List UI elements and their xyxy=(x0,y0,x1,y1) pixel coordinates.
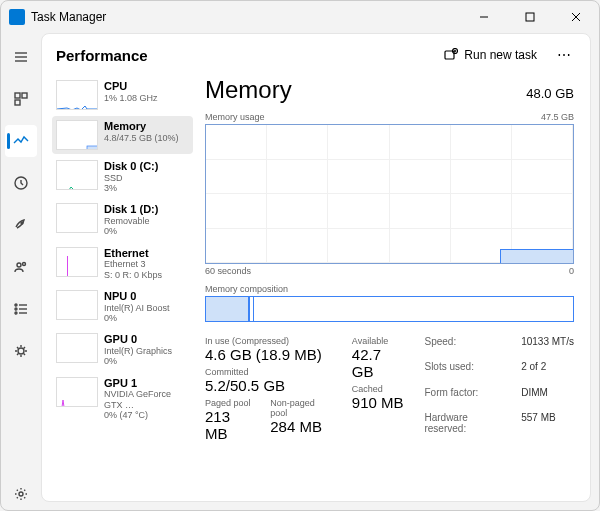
svg-rect-9 xyxy=(15,100,20,105)
usage-chart-ylim: 47.5 GB xyxy=(541,112,574,122)
svg-point-12 xyxy=(17,263,21,267)
sidebar-item-npu-0[interactable]: NPU 0Intel(R) AI Boost0% xyxy=(52,286,193,327)
page-header: Performance Run new task ⋯ xyxy=(42,34,590,70)
composition-sliver xyxy=(250,297,254,321)
sidebar-item-sub: Ethernet 3 xyxy=(104,259,162,269)
sidebar-item-sub: Intel(R) AI Boost xyxy=(104,303,170,313)
svg-rect-8 xyxy=(22,93,27,98)
sidebar-item-disk-1-d-[interactable]: Disk 1 (D:)Removable0% xyxy=(52,199,193,240)
performance-nav-icon[interactable] xyxy=(5,125,37,157)
paged-value: 213 MB xyxy=(205,408,256,442)
sidebar-item-sub: 4.8/47.5 GB (10%) xyxy=(104,133,179,143)
svg-point-13 xyxy=(23,263,26,266)
nonpaged-value: 284 MB xyxy=(270,418,334,435)
content-card: Performance Run new task ⋯ CPU1% 1.08 GH… xyxy=(41,33,591,502)
committed-value: 5.2/50.5 GB xyxy=(205,377,334,394)
sidebar-thumb xyxy=(56,203,98,233)
settings-nav-icon[interactable] xyxy=(5,478,37,510)
sidebar-item-title: CPU xyxy=(104,80,158,93)
x-right-label: 0 xyxy=(569,266,574,276)
sidebar-item-disk-0-c-[interactable]: Disk 0 (C:)SSD3% xyxy=(52,156,193,197)
sidebar-item-title: Disk 1 (D:) xyxy=(104,203,158,216)
sidebar-item-sub: SSD xyxy=(104,173,158,183)
sidebar-item-title: GPU 0 xyxy=(104,333,172,346)
svg-point-16 xyxy=(15,308,17,310)
startup-nav-icon[interactable] xyxy=(5,209,37,241)
nonpaged-label: Non-paged pool xyxy=(270,398,334,418)
more-button[interactable]: ⋯ xyxy=(553,47,576,63)
speed-k: Speed: xyxy=(424,336,511,359)
composition-used xyxy=(206,297,250,321)
svg-point-21 xyxy=(19,492,23,496)
hw-k: Hardware reserved: xyxy=(424,412,511,446)
sidebar-item-sub: 1% 1.08 GHz xyxy=(104,93,158,103)
inuse-label: In use (Compressed) xyxy=(205,336,334,346)
details-nav-icon[interactable] xyxy=(5,293,37,325)
committed-label: Committed xyxy=(205,367,334,377)
run-task-label: Run new task xyxy=(464,48,537,62)
sidebar-item-memory[interactable]: Memory4.8/47.5 GB (10%) xyxy=(52,116,193,154)
sidebar-item-sub: Removable xyxy=(104,216,158,226)
close-button[interactable] xyxy=(553,1,599,33)
sidebar-item-sub2: 0% xyxy=(104,313,170,323)
detail-pane: Memory 48.0 GB Memory usage 47.5 GB xyxy=(197,70,590,501)
processes-nav-icon[interactable] xyxy=(5,83,37,115)
users-nav-icon[interactable] xyxy=(5,251,37,283)
hardware-info: Speed:10133 MT/s Slots used:2 of 2 Form … xyxy=(424,336,574,446)
run-new-task-button[interactable]: Run new task xyxy=(436,44,545,66)
sidebar-item-sub2: 3% xyxy=(104,183,158,193)
slots-v: 2 of 2 xyxy=(521,361,574,384)
sidebar-item-cpu[interactable]: CPU1% 1.08 GHz xyxy=(52,76,193,114)
window-title: Task Manager xyxy=(31,10,106,24)
svg-point-18 xyxy=(15,312,17,314)
composition-bar xyxy=(205,296,574,322)
sidebar-item-sub: NVIDIA GeForce GTX … xyxy=(104,389,189,410)
sidebar-item-sub: Intel(R) Graphics xyxy=(104,346,172,356)
sidebar-item-sub2: 0% (47 °C) xyxy=(104,410,189,420)
usage-chart xyxy=(205,124,574,264)
minimize-button[interactable] xyxy=(461,1,507,33)
svg-rect-26 xyxy=(87,146,98,150)
sidebar-thumb xyxy=(56,247,98,277)
form-v: DIMM xyxy=(521,387,574,410)
composition-block: Memory composition xyxy=(205,284,574,322)
sidebar-thumb xyxy=(56,333,98,363)
slots-k: Slots used: xyxy=(424,361,511,384)
sidebar-item-title: Disk 0 (C:) xyxy=(104,160,158,173)
available-value: 42.7 GB xyxy=(352,346,407,380)
sidebar-item-gpu-1[interactable]: GPU 1NVIDIA GeForce GTX …0% (47 °C) xyxy=(52,373,193,425)
resource-list: CPU1% 1.08 GHzMemory4.8/47.5 GB (10%)Dis… xyxy=(42,70,197,501)
available-label: Available xyxy=(352,336,407,346)
sidebar-thumb xyxy=(56,160,98,190)
hw-v: 557 MB xyxy=(521,412,574,446)
usage-fill xyxy=(500,249,573,263)
sidebar-thumb xyxy=(56,120,98,150)
x-left-label: 60 seconds xyxy=(205,266,251,276)
sidebar-thumb xyxy=(56,290,98,320)
maximize-button[interactable] xyxy=(507,1,553,33)
sidebar-item-sub2: 0% xyxy=(104,356,172,366)
sidebar-item-title: GPU 1 xyxy=(104,377,189,390)
hamburger-icon[interactable] xyxy=(5,41,37,73)
titlebar: Task Manager xyxy=(1,1,599,33)
app-icon xyxy=(9,9,25,25)
usage-chart-label: Memory usage xyxy=(205,112,265,122)
nav-rail xyxy=(1,33,41,510)
sidebar-item-ethernet[interactable]: EthernetEthernet 3S: 0 R: 0 Kbps xyxy=(52,243,193,284)
sidebar-item-sub2: S: 0 R: 0 Kbps xyxy=(104,270,162,280)
sidebar-item-title: NPU 0 xyxy=(104,290,170,303)
sidebar-item-gpu-0[interactable]: GPU 0Intel(R) Graphics0% xyxy=(52,329,193,370)
history-nav-icon[interactable] xyxy=(5,167,37,199)
svg-point-14 xyxy=(15,304,17,306)
composition-label: Memory composition xyxy=(205,284,288,294)
window-controls xyxy=(461,1,599,33)
form-k: Form factor: xyxy=(424,387,511,410)
services-nav-icon[interactable] xyxy=(5,335,37,367)
svg-point-20 xyxy=(18,348,24,354)
inuse-value: 4.6 GB (18.9 MB) xyxy=(205,346,334,363)
sidebar-thumb xyxy=(56,80,98,110)
cached-value: 910 MB xyxy=(352,394,407,411)
task-manager-window: Task Manager Performance xyxy=(0,0,600,511)
cached-label: Cached xyxy=(352,384,407,394)
page-title: Performance xyxy=(56,47,148,64)
